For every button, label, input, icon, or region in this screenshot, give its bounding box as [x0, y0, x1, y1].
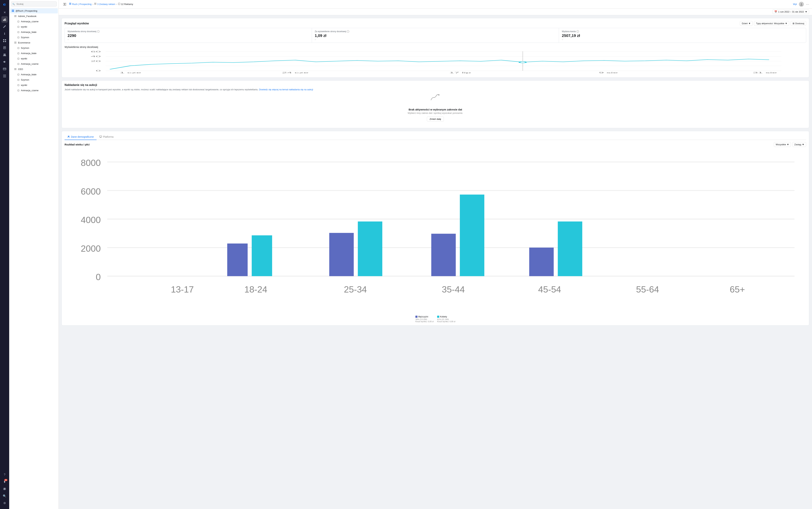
sidebar: @Ruch | Prospecting ⋯ Admini_Facebook ⋯ …	[9, 0, 59, 509]
breadcrumb-ads[interactable]: 12 Reklamy	[118, 3, 133, 5]
adset-icon-ecommerce	[14, 41, 17, 44]
calendar-icon: 📅	[774, 10, 777, 13]
sidebar-item-animacja-biale-1[interactable]: Animacja_biale ⋯	[10, 30, 58, 35]
svg-rect-100	[431, 234, 456, 276]
sidebar-toggle-button[interactable]	[62, 1, 68, 7]
svg-rect-46	[15, 69, 16, 70]
svg-rect-19	[3, 77, 6, 77]
grid-nav-button[interactable]	[1, 37, 8, 44]
date-range-selector[interactable]: 📅 1 cze 2022 – 31 sie 2022 ▼	[772, 9, 809, 14]
reach-filter-label: Zasięg	[794, 143, 801, 146]
breadcrumb-adsets[interactable]: 3 Zestawy reklam	[94, 3, 115, 5]
sidebar-item-wyniki-3[interactable]: wyniki ⋯	[10, 82, 58, 88]
sidebar-item-animacja-czarne-3[interactable]: Animacja_czarne ⋯	[10, 88, 58, 93]
billing-nav-button[interactable]	[1, 66, 8, 72]
svg-rect-57	[94, 3, 95, 3]
metric-views-info[interactable]: i	[97, 30, 100, 33]
auction-learn-more-link[interactable]: Dowiedz się więcej na temat nakładania s…	[259, 88, 313, 91]
help-button[interactable]: ?	[1, 472, 8, 478]
chart-legend: Mężczyźni 38% (13 200) Koszt wyniku: 0,0…	[65, 315, 806, 323]
sidebar-item-szymon-1[interactable]: Szymon ⋯	[10, 35, 58, 40]
tab-platform-label: Platforma	[103, 135, 113, 138]
topbar-more-button[interactable]: ⋯	[806, 2, 809, 6]
customize-button[interactable]: ⊞ Dostosuj	[790, 21, 806, 26]
settings-button[interactable]	[1, 486, 8, 492]
sidebar-item-animacja-biale-2[interactable]: Animacja_biale ⋯	[10, 51, 58, 56]
search-bottom-button[interactable]: 🔍	[1, 493, 8, 499]
flag-nav-button[interactable]: ℹ	[1, 30, 8, 37]
svg-rect-11	[4, 47, 5, 48]
customize-label: Dostosuj	[795, 22, 804, 25]
sidebar-item-ecommerce[interactable]: Ecommerce ⋯	[10, 40, 58, 45]
sidebar-item-szymon-2[interactable]: Szymon ⋯	[10, 45, 58, 50]
day-dropdown-button[interactable]: Dzień ▼	[740, 21, 753, 26]
all-filter-dropdown[interactable]: Wszystkie ▼	[774, 142, 791, 147]
icon-bar-top: ✕ ℹ	[1, 1, 8, 472]
svg-rect-10	[4, 47, 5, 47]
metric-cpc-info[interactable]: i	[347, 30, 349, 33]
breadcrumb-campaign[interactable]: Ruch | Prospecting	[69, 3, 92, 5]
demographics-tabs: Dane demograficzne Platforma	[65, 134, 806, 140]
search-input[interactable]	[11, 1, 57, 6]
sidebar-item-ruch-prospecting[interactable]: @Ruch | Prospecting ⋯	[10, 8, 58, 13]
notifications-button[interactable]: 46	[1, 479, 8, 485]
sidebar-item-animacja-czarne-1[interactable]: Animacja_czarne ⋯	[10, 19, 58, 24]
sidebar-item-wyniki-1[interactable]: wyniki ⋯	[10, 24, 58, 29]
svg-rect-27	[14, 15, 15, 16]
svg-rect-28	[14, 16, 15, 17]
change-date-button[interactable]: Zmień datę	[427, 116, 444, 122]
no-activity-section: Brak aktywności w wybranym zakresie dat …	[65, 104, 806, 125]
tools-button[interactable]: ⚙	[1, 500, 8, 506]
tab-demographics[interactable]: Dane demograficzne	[65, 134, 97, 140]
ad-label-szymon-1: Szymon	[21, 36, 53, 39]
edit-nav-button[interactable]	[1, 23, 8, 30]
content-area: Przegląd wyników Dzień ▼ Typy aktywności…	[59, 15, 812, 509]
sidebar-item-animacja-czarne-2[interactable]: Animacja_czarne ⋯	[10, 61, 58, 66]
svg-rect-54	[69, 4, 70, 5]
legend-women-color	[437, 316, 439, 318]
signout-link[interactable]: Wył	[793, 3, 797, 5]
meta-logo[interactable]	[1, 1, 8, 8]
activity-dropdown-icon: ▼	[785, 22, 787, 25]
adset-breadcrumb-icon	[94, 3, 97, 5]
close-sidebar-button[interactable]: ✕	[1, 9, 8, 15]
ad-icon-4	[17, 36, 20, 39]
svg-rect-56	[70, 4, 71, 5]
metric-spend-info[interactable]: i	[577, 30, 579, 33]
svg-rect-101	[460, 195, 484, 276]
auction-description: Jeżeli nakładanie się na aukcji w kampan…	[65, 88, 806, 91]
sidebar-item-szymon-3[interactable]: Szymon ⋯	[10, 77, 58, 82]
reach-filter-dropdown[interactable]: Zasięg ▼	[792, 142, 806, 147]
svg-rect-34	[18, 37, 19, 38]
svg-text:35-44: 35-44	[442, 284, 465, 295]
svg-rect-95	[252, 235, 272, 276]
tab-demographics-label: Dane demograficzne	[71, 135, 94, 138]
perf-controls: Dzień ▼ Typy aktywności: Wszystkie ▼ ⊞ D…	[740, 21, 806, 26]
sidebar-search	[9, 0, 59, 8]
sidebar-item-admini-facebook[interactable]: Admini_Facebook ⋯	[10, 13, 58, 19]
sidebar-item-wyniki-2[interactable]: wyniki ⋯	[10, 56, 58, 61]
demo-title: Rozkład wieku i płci	[65, 143, 90, 146]
svg-rect-2	[4, 19, 5, 21]
ad-icon-8	[17, 63, 20, 65]
svg-rect-44	[14, 69, 15, 70]
audience-nav-button[interactable]	[1, 52, 8, 58]
all-filter-icon: ▼	[787, 143, 789, 146]
report-nav-button[interactable]	[1, 44, 8, 51]
activity-dropdown-button[interactable]: Typy aktywności: Wszystkie ▼	[754, 21, 789, 26]
tab-platform[interactable]: Platforma	[97, 134, 116, 140]
customize-icon: ⊞	[792, 22, 794, 25]
sidebar-item-animacja-biale-3[interactable]: Animacja_biale ⋯	[10, 72, 58, 77]
demo-controls: Wszystkie ▼ Zasięg ▼	[774, 142, 806, 147]
megaphone-nav-button[interactable]	[1, 59, 8, 65]
date-dropdown-icon: ▼	[805, 10, 807, 13]
user-avatar[interactable]	[799, 2, 804, 7]
svg-point-81	[69, 136, 69, 137]
svg-rect-4	[6, 19, 6, 21]
menu-nav-button[interactable]	[1, 73, 8, 79]
svg-rect-94	[227, 243, 248, 276]
chart-bar-nav-button[interactable]	[1, 16, 8, 23]
sidebar-item-ceo[interactable]: CEO ⋯	[10, 67, 58, 72]
ad-label-animacja-czarne-2: Animacja_czarne	[21, 63, 53, 65]
metric-views-label: Wyświetlenia strony docelowej i	[68, 30, 309, 33]
